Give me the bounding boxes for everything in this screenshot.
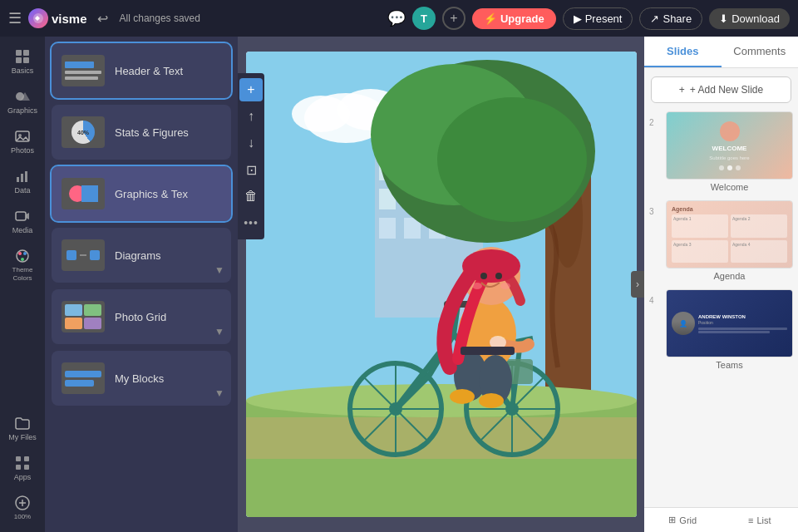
video-icon	[14, 208, 31, 224]
block-item-my-blocks[interactable]: My Blocks ▼	[52, 351, 231, 406]
upgrade-icon: ⚡	[484, 12, 497, 25]
block-item-graphics-tex[interactable]: Graphics & Tex	[52, 166, 231, 221]
svg-point-77	[462, 249, 520, 283]
tab-comments[interactable]: Comments	[722, 37, 799, 67]
svg-rect-37	[379, 218, 396, 239]
slide-number-4: 4	[649, 296, 661, 305]
logo: visme	[28, 8, 87, 28]
play-icon: ▶	[574, 12, 582, 25]
undo-icon[interactable]: ↩	[97, 11, 108, 27]
sidebar-item-basics[interactable]: Basics	[3, 43, 42, 80]
svg-point-73	[450, 389, 475, 404]
logo-text: visme	[52, 12, 87, 26]
toolbar-move-up-button[interactable]: ↑	[239, 105, 263, 128]
block-item-photo-grid[interactable]: Photo Grid ▼	[52, 289, 231, 344]
share-button[interactable]: ↗ Share	[639, 7, 702, 30]
slide-panel-tabs: Slides Comments	[644, 37, 798, 68]
topbar: ☰ visme ↩ All changes saved 💬 T + ⚡ Upgr…	[0, 0, 798, 37]
toolbar-move-down-button[interactable]: ↓	[239, 131, 263, 155]
list-view-label: List	[756, 515, 771, 525]
toolbar-more-button[interactable]: •••	[239, 211, 263, 234]
list-view-button[interactable]: ≡ List	[722, 508, 799, 532]
agenda-item-1: Agenda 1	[672, 214, 728, 238]
collapse-panel-button[interactable]: ›	[631, 271, 644, 298]
logo-icon	[28, 8, 48, 28]
diag-line	[80, 254, 86, 256]
slide-item-4[interactable]: 4 👤 ANDREW WINSTON Position	[649, 289, 793, 370]
svg-rect-17	[16, 456, 21, 461]
my-blocks-row-1	[65, 371, 101, 377]
blocks-panel-container: Header & Text 40% Stats & Figures	[45, 37, 238, 532]
dot-3	[736, 165, 741, 170]
add-collaborator-button[interactable]: +	[442, 7, 466, 30]
blocks-scroll: Header & Text 40% Stats & Figures	[45, 37, 238, 532]
svg-rect-3	[16, 57, 22, 63]
comment-icon[interactable]: 💬	[387, 9, 406, 27]
main: Basics Graphics Photos Data Media Theme …	[0, 37, 798, 532]
svg-point-80	[472, 283, 482, 289]
svg-rect-11	[25, 171, 27, 182]
block-item-stats-figures[interactable]: 40% Stats & Figures	[52, 105, 231, 160]
add-slide-button[interactable]: + + Add New Slide	[651, 76, 791, 103]
graphics-thumb	[62, 178, 105, 209]
sidebar-item-data[interactable]: Data	[3, 163, 42, 200]
stats-label: Stats & Figures	[115, 126, 221, 139]
tab-slides[interactable]: Slides	[644, 37, 722, 67]
toolbar-duplicate-button[interactable]: ⊡	[239, 158, 263, 181]
grid-view-icon: ⊞	[668, 515, 676, 525]
slide-3-content: Agenda Agenda 1 Agenda 2 Agenda 3 Agenda…	[666, 200, 793, 281]
canvas[interactable]	[246, 52, 637, 517]
slide-thumb-3[interactable]: Agenda Agenda 1 Agenda 2 Agenda 3 Agenda…	[666, 200, 793, 268]
diag-box-1	[66, 250, 76, 260]
avatar[interactable]: T	[412, 7, 436, 30]
shapes-icon	[14, 88, 31, 105]
svg-point-14	[18, 252, 22, 255]
sidebar-item-photos[interactable]: Photos	[3, 123, 42, 160]
upgrade-button[interactable]: ⚡ Upgrade	[472, 8, 556, 29]
dot-1	[719, 165, 724, 170]
add-slide-label: + Add New Slide	[690, 84, 763, 96]
slide-thumb-inner-2: WELCOME Subtitle goes here	[667, 112, 792, 179]
topbar-icons: 💬 T + ⚡ Upgrade ▶ Present ↗ Share ⬇ Down…	[387, 7, 790, 30]
toolbar-add-button[interactable]: +	[239, 78, 263, 101]
teams-name: ANDREW WINSTON	[698, 314, 787, 319]
stats-circle: 40%	[71, 121, 95, 144]
present-button[interactable]: ▶ Present	[563, 7, 633, 30]
stats-thumb: 40%	[62, 116, 105, 148]
download-button[interactable]: ⬇ Download	[709, 8, 790, 29]
toolbar-delete-button[interactable]: 🗑	[239, 185, 263, 208]
folder-icon	[14, 415, 31, 431]
slide-thumb-2[interactable]: WELCOME Subtitle goes here	[666, 111, 793, 180]
slide-item-3[interactable]: 3 Agenda Agenda 1 Agenda 2 Agenda 3 Agen…	[649, 200, 793, 281]
block-item-header-text[interactable]: Header & Text	[52, 43, 231, 98]
canvas-illustration	[246, 52, 637, 517]
apps-icon	[14, 455, 31, 471]
diagrams-label: Diagrams	[115, 249, 221, 262]
photo-grid-label: Photo Grid	[115, 311, 221, 323]
welcome-circle	[720, 121, 740, 141]
sidebar-item-apps[interactable]: Apps	[3, 450, 42, 486]
sidebar-item-graphics[interactable]: Graphics	[3, 83, 42, 120]
teams-line-2	[698, 331, 770, 333]
slide-caption-2: Welcome	[666, 182, 793, 192]
graphics-rect	[81, 185, 98, 202]
slide-thumb-4[interactable]: 👤 ANDREW WINSTON Position	[666, 289, 793, 357]
sidebar-item-my-files[interactable]: My Files	[3, 410, 42, 446]
grid-view-button[interactable]: ⊞ Grid	[644, 508, 722, 532]
menu-icon[interactable]: ☰	[8, 9, 22, 27]
saved-status: All changes saved	[120, 12, 200, 24]
diagrams-thumb	[62, 239, 105, 271]
svg-rect-2	[23, 50, 29, 56]
sidebar-item-theme-colors[interactable]: Theme Colors	[3, 243, 42, 287]
my-blocks-visual	[62, 367, 105, 390]
header-text-thumb	[62, 55, 105, 86]
sidebar-label-my-files: My Files	[8, 433, 37, 441]
svg-point-25	[292, 96, 350, 132]
sidebar-item-add[interactable]: 100%	[3, 490, 42, 525]
svg-point-78	[480, 273, 487, 279]
slides-list: 2 WELCOME Subtitle goes here	[644, 111, 798, 507]
slide-item-2[interactable]: 2 WELCOME Subtitle goes here	[649, 111, 793, 192]
svg-rect-10	[21, 174, 23, 182]
block-item-diagrams[interactable]: Diagrams ▼	[52, 228, 231, 283]
sidebar-item-media[interactable]: Media	[3, 203, 42, 239]
